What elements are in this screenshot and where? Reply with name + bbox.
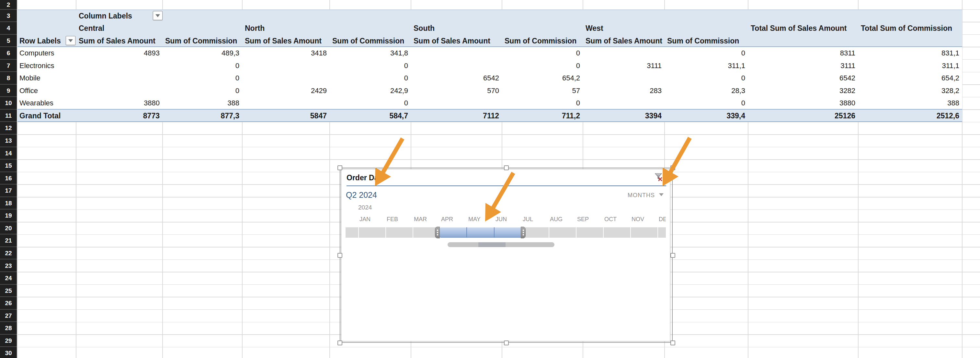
pivot-row-label[interactable]: Electronics: [19, 60, 75, 72]
row-number[interactable]: 20: [0, 222, 17, 235]
pivot-value-cell[interactable]: 3880: [76, 97, 160, 110]
row-number[interactable]: 5: [0, 35, 17, 47]
pivot-value-cell[interactable]: 4893: [76, 47, 160, 60]
pivot-row-label[interactable]: Computers: [19, 47, 75, 60]
row-number[interactable]: 10: [0, 97, 17, 110]
row-number[interactable]: 24: [0, 272, 17, 285]
row-number[interactable]: 17: [0, 184, 17, 197]
slicer-resize-handle-top-left[interactable]: [337, 165, 342, 170]
clear-filter-icon[interactable]: [654, 173, 663, 182]
slicer-resize-handle-bottom-left[interactable]: [337, 340, 342, 345]
slicer-resize-handle-middle-right[interactable]: [670, 253, 675, 258]
pivot-value-cell[interactable]: 25126: [748, 110, 855, 122]
pivot-measure-header[interactable]: Sum of Commission: [165, 35, 245, 47]
pivot-value-cell[interactable]: 8773: [76, 110, 160, 122]
pivot-value-cell[interactable]: 28,3: [665, 85, 745, 97]
timeline-scrollbar-thumb[interactable]: [478, 242, 506, 247]
row-number[interactable]: 16: [0, 172, 17, 185]
row-number[interactable]: 2: [0, 0, 17, 10]
row-number[interactable]: 4: [0, 22, 17, 35]
pivot-value-cell[interactable]: 0: [330, 72, 408, 85]
row-number[interactable]: 8: [0, 72, 17, 85]
pivot-measure-header[interactable]: Sum of Sales Amount: [79, 35, 158, 47]
row-number[interactable]: 14: [0, 147, 17, 160]
pivot-value-cell[interactable]: 5847: [242, 110, 327, 122]
pivot-measure-header[interactable]: Sum of Commission: [504, 35, 584, 47]
pivot-value-cell[interactable]: 6542: [411, 72, 499, 85]
pivot-region-header[interactable]: South: [414, 22, 495, 35]
pivot-row-label[interactable]: Wearables: [19, 97, 75, 110]
pivot-measure-header[interactable]: Sum of Sales Amount: [414, 35, 493, 47]
pivot-value-cell[interactable]: 0: [502, 60, 580, 72]
chevron-down-icon[interactable]: [659, 193, 663, 196]
slicer-resize-handle-bottom-middle[interactable]: [504, 340, 509, 345]
row-number[interactable]: 25: [0, 285, 17, 297]
column-labels-filter-button[interactable]: [153, 11, 162, 20]
row-number[interactable]: 28: [0, 322, 17, 335]
row-number[interactable]: 6: [0, 47, 17, 60]
pivot-value-cell[interactable]: 388: [162, 97, 239, 110]
pivot-value-cell[interactable]: 283: [583, 85, 662, 97]
pivot-region-header[interactable]: North: [245, 22, 326, 35]
pivot-measure-header[interactable]: Sum of Sales Amount: [585, 35, 665, 47]
row-number[interactable]: 7: [0, 60, 17, 72]
pivot-value-cell[interactable]: 489,3: [162, 47, 239, 60]
time-level-dropdown[interactable]: MONTHS: [609, 191, 655, 199]
pivot-value-cell[interactable]: 6542: [748, 72, 855, 85]
pivot-value-cell[interactable]: 3394: [583, 110, 662, 122]
pivot-value-cell[interactable]: 0: [502, 47, 580, 60]
pivot-value-cell[interactable]: 654,2: [502, 72, 580, 85]
pivot-value-cell[interactable]: 3880: [748, 97, 855, 110]
row-number[interactable]: 12: [0, 122, 17, 134]
slicer-resize-handle-bottom-right[interactable]: [670, 340, 675, 345]
timeline-month-cell[interactable]: [359, 227, 385, 238]
row-number[interactable]: 22: [0, 247, 17, 260]
pivot-value-cell[interactable]: 2512,6: [858, 110, 959, 122]
pivot-value-cell[interactable]: 0: [162, 85, 239, 97]
slicer-resize-handle-top-right[interactable]: [670, 165, 675, 170]
row-number[interactable]: 19: [0, 209, 17, 222]
row-number[interactable]: 23: [0, 260, 17, 272]
pivot-grand-header[interactable]: Total Sum of Commission: [861, 22, 961, 35]
pivot-value-cell[interactable]: 7112: [411, 110, 499, 122]
pivot-value-cell[interactable]: 311,1: [858, 60, 959, 72]
pivot-value-cell[interactable]: 0: [162, 72, 239, 85]
pivot-value-cell[interactable]: 877,3: [162, 110, 239, 122]
row-number[interactable]: 18: [0, 197, 17, 210]
pivot-measure-header[interactable]: Sum of Commission: [667, 35, 746, 47]
pivot-value-cell[interactable]: 584,7: [330, 110, 408, 122]
timeline-scrollbar-track[interactable]: [447, 242, 554, 247]
pivot-value-cell[interactable]: 3111: [583, 60, 662, 72]
pivot-value-cell[interactable]: 328,2: [858, 85, 959, 97]
timeline-selection-handle-right[interactable]: [521, 227, 526, 238]
pivot-value-cell[interactable]: 3282: [748, 85, 855, 97]
pivot-value-cell[interactable]: 311,1: [665, 60, 745, 72]
pivot-row-label[interactable]: Office: [19, 85, 75, 97]
pivot-value-cell[interactable]: 0: [665, 97, 745, 110]
pivot-value-cell[interactable]: 57: [502, 85, 580, 97]
timeline-month-cell[interactable]: [631, 227, 657, 238]
row-number[interactable]: 13: [0, 134, 17, 147]
pivot-value-cell[interactable]: 0: [330, 60, 408, 72]
pivot-measure-header[interactable]: Sum of Commission: [332, 35, 412, 47]
pivot-value-cell[interactable]: 242,9: [330, 85, 408, 97]
timeline-month-cell[interactable]: [658, 227, 666, 238]
pivot-value-cell[interactable]: 0: [502, 97, 580, 110]
timeline-month-cell[interactable]: [549, 227, 576, 238]
timeline-selection-handle-left[interactable]: [435, 227, 440, 238]
timeline-month-cell[interactable]: [522, 227, 549, 238]
pivot-value-cell[interactable]: 3111: [748, 60, 855, 72]
row-number[interactable]: 21: [0, 235, 17, 247]
row-number[interactable]: 29: [0, 335, 17, 347]
pivot-value-cell[interactable]: 0: [330, 97, 408, 110]
pivot-value-cell[interactable]: 0: [665, 72, 745, 85]
pivot-value-cell[interactable]: 3418: [242, 47, 327, 60]
pivot-value-cell[interactable]: 341,8: [330, 47, 408, 60]
timeline-selected-range[interactable]: [440, 227, 522, 238]
pivot-value-cell[interactable]: 339,4: [665, 110, 745, 122]
row-number[interactable]: 3: [0, 10, 17, 22]
pivot-value-cell[interactable]: 654,2: [858, 72, 959, 85]
row-number[interactable]: 15: [0, 160, 17, 172]
row-number[interactable]: 11: [0, 110, 17, 122]
timeline-month-cell[interactable]: [576, 227, 603, 238]
